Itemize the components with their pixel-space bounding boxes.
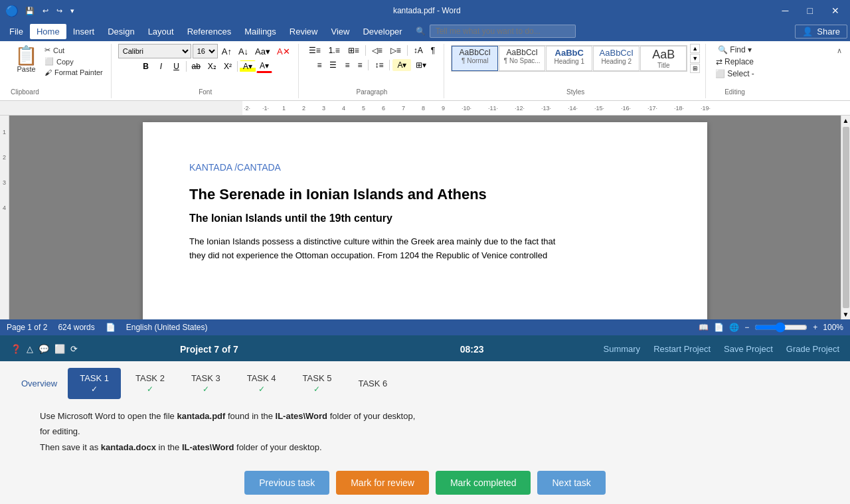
increase-indent-btn[interactable]: ▷≡ — [387, 44, 404, 57]
show-marks-btn[interactable]: ¶ — [428, 44, 438, 57]
subscript-btn[interactable]: X₂ — [205, 60, 220, 72]
mark-review-btn[interactable]: Mark for review — [336, 471, 429, 495]
minimize-btn[interactable]: ─ — [777, 4, 794, 17]
style-h1-name: Heading 1 — [551, 58, 588, 65]
style-heading1[interactable]: AaBbC Heading 1 — [546, 46, 592, 71]
grade-link[interactable]: Grade Project — [786, 344, 839, 354]
ruler-4: 5 — [362, 105, 365, 112]
undo-btn[interactable]: ↩ — [40, 5, 51, 17]
menu-review[interactable]: Review — [283, 24, 325, 39]
format-painter-button[interactable]: 🖌 Format Painter — [42, 68, 106, 77]
font-group: Calibri 16 A↑ A↓ Aa▾ A✕ B I U ab X₂ X² A… — [113, 44, 299, 98]
menu-developer[interactable]: Developer — [356, 24, 408, 39]
style-no-space[interactable]: AaBbCcI ¶ No Spac... — [499, 46, 545, 71]
paste-button[interactable]: 📋 Paste — [11, 44, 42, 76]
document-scroll[interactable]: KANTADA /CANTADA The Serenade in Ionian … — [9, 116, 841, 319]
change-case-btn[interactable]: Aa▾ — [252, 45, 273, 58]
styles-down-btn[interactable]: ▼ — [690, 54, 700, 63]
task-tab-6[interactable]: TASK 6 — [346, 373, 399, 394]
sort-btn[interactable]: ↕A — [410, 44, 426, 57]
next-task-btn[interactable]: Next task — [537, 471, 605, 495]
close-btn[interactable]: ✕ — [826, 4, 845, 17]
print-layout-btn[interactable]: 📄 — [714, 323, 724, 332]
align-center-btn[interactable]: ☰ — [326, 58, 340, 72]
style-heading2[interactable]: AaBbCcI Heading 2 — [593, 46, 639, 71]
summary-link[interactable]: Summary — [604, 344, 641, 354]
text-highlight-btn[interactable]: A▾ — [240, 60, 256, 72]
zoom-plus: + — [813, 323, 817, 332]
customize-btn[interactable]: ▾ — [68, 5, 77, 17]
strikethrough-btn[interactable]: ab — [189, 60, 204, 72]
grow-font-btn[interactable]: A↑ — [219, 45, 234, 58]
bullets-btn[interactable]: ☰≡ — [305, 44, 324, 57]
tell-me-input[interactable] — [430, 25, 576, 38]
word-icon: 🔵 — [5, 5, 19, 17]
doc-title: The Serenade in Ionian Islands and Athen… — [189, 186, 661, 203]
task-tab-1[interactable]: TASK 1 ✓ — [68, 368, 121, 399]
decrease-indent-btn[interactable]: ◁≡ — [369, 44, 386, 57]
read-mode-btn[interactable]: 📖 — [699, 323, 709, 332]
overview-tab[interactable]: Overview — [13, 373, 65, 394]
styles-more-btn[interactable]: ⊞ — [690, 64, 700, 73]
underline-btn[interactable]: U — [169, 60, 184, 72]
shading-btn[interactable]: A▾ — [392, 59, 411, 71]
task-tab-2[interactable]: TASK 2 ✓ — [124, 368, 177, 399]
superscript-btn[interactable]: X² — [220, 60, 235, 72]
maximize-btn[interactable]: □ — [802, 4, 818, 17]
share-btn[interactable]: 👤 Share — [795, 25, 847, 39]
save-quick-btn[interactable]: 💾 — [23, 5, 37, 17]
bold-btn[interactable]: B — [139, 60, 153, 72]
save-project-link[interactable]: Save Project — [724, 344, 773, 354]
multilevel-btn[interactable]: ⊞≡ — [345, 44, 363, 57]
restart-link[interactable]: Restart Project — [653, 344, 711, 354]
italic-btn[interactable]: I — [154, 60, 169, 72]
find-btn[interactable]: 🔍 Find ▾ — [715, 44, 754, 56]
mark-completed-btn[interactable]: Mark completed — [436, 471, 531, 495]
scroll-up-btn[interactable]: ▲ — [841, 116, 850, 126]
quick-access: 💾 ↩ ↪ ▾ — [23, 5, 77, 17]
justify-btn[interactable]: ≡ — [354, 58, 365, 72]
format-separator — [186, 61, 187, 72]
cut-button[interactable]: ✂ Cut — [42, 45, 106, 55]
align-left-btn[interactable]: ≡ — [313, 58, 325, 72]
doc-header: KANTADA /CANTADA — [189, 162, 661, 173]
font-family-select[interactable]: Calibri — [118, 44, 191, 58]
para-sep4 — [389, 60, 390, 70]
clear-format-btn[interactable]: A✕ — [274, 45, 293, 58]
borders-btn[interactable]: ⊞▾ — [412, 58, 430, 72]
task-content: Use Microsoft Word to open the file kant… — [0, 399, 850, 464]
menu-insert[interactable]: Insert — [66, 24, 102, 39]
web-layout-btn[interactable]: 🌐 — [729, 323, 739, 332]
zoom-slider[interactable] — [754, 322, 808, 333]
align-right-btn[interactable]: ≡ — [341, 58, 353, 72]
select-btn[interactable]: ⬜ Select - — [713, 68, 757, 80]
font-size-select[interactable]: 16 — [193, 44, 218, 58]
replace-btn[interactable]: ⇄ Replace — [713, 56, 756, 68]
style-normal[interactable]: AaBbCcI ¶ Normal — [452, 46, 498, 71]
menu-view[interactable]: View — [324, 24, 356, 39]
menu-home[interactable]: Home — [30, 24, 66, 39]
menu-file[interactable]: File — [3, 24, 30, 39]
numbering-btn[interactable]: 1.≡ — [325, 44, 343, 57]
scroll-down-btn[interactable]: ▼ — [841, 309, 850, 319]
shrink-font-btn[interactable]: A↓ — [236, 45, 251, 58]
vertical-scrollbar[interactable]: ▲ ▼ — [841, 116, 850, 319]
scroll-thumb[interactable] — [843, 127, 849, 308]
copy-button[interactable]: ⬜ Copy — [42, 56, 106, 66]
task-tab-4[interactable]: TASK 4 ✓ — [235, 368, 288, 399]
line-spacing-btn[interactable]: ↕≡ — [371, 58, 386, 72]
styles-up-btn[interactable]: ▲ — [690, 44, 700, 53]
font-color-btn[interactable]: A▾ — [256, 60, 272, 73]
style-title[interactable]: AaB Title — [640, 46, 687, 71]
menu-references[interactable]: References — [181, 24, 238, 39]
ribbon-collapse-btn[interactable]: ∧ — [834, 44, 845, 58]
menu-mailings[interactable]: Mailings — [238, 24, 283, 39]
task-tab-3[interactable]: TASK 3 ✓ — [179, 368, 232, 399]
task-icon-3: 💬 — [39, 344, 49, 354]
menu-design[interactable]: Design — [101, 24, 141, 39]
redo-btn[interactable]: ↪ — [54, 5, 65, 17]
ruler-left-4: 4 — [3, 205, 6, 211]
task-tab-5[interactable]: TASK 5 ✓ — [291, 368, 344, 399]
menu-layout[interactable]: Layout — [141, 24, 181, 39]
previous-task-btn[interactable]: Previous task — [244, 471, 329, 495]
